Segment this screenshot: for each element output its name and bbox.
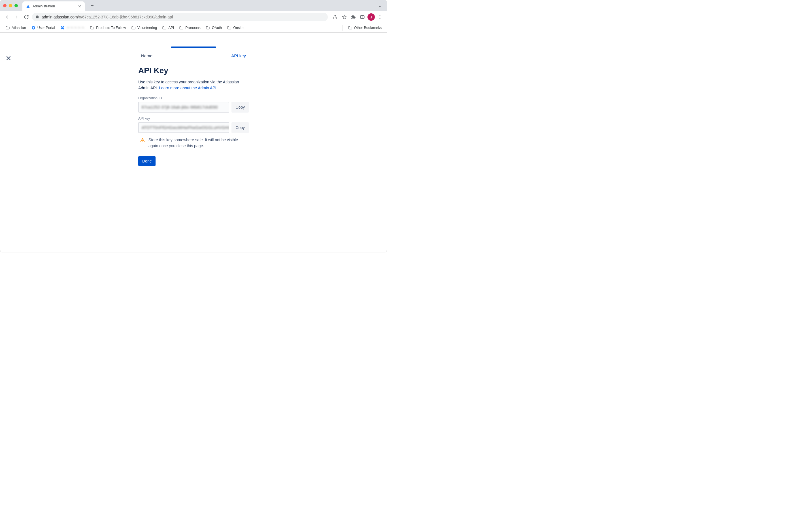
back-button[interactable]	[3, 13, 11, 21]
close-window-icon[interactable]	[3, 4, 6, 8]
page-title: API Key	[138, 66, 249, 75]
org-id-field[interactable]: 67ca1252-37j8-16ab-jkbc-96b817ckd090	[138, 102, 229, 113]
toolbar: admin.atlassian.com/o/67ca1252-37j8-16ab…	[0, 11, 387, 23]
close-button[interactable]	[4, 54, 13, 63]
bookmark-other[interactable]: Other Bookmarks	[346, 24, 383, 31]
bookmark-products[interactable]: Products To Follow	[88, 24, 128, 31]
warning-icon	[140, 138, 145, 143]
done-button[interactable]: Done	[138, 156, 156, 166]
api-key-value: ATOTT0nFfGHGwuWHwFhwGwOGGLuHVGHILLHZF	[142, 125, 229, 130]
share-icon[interactable]	[331, 13, 339, 21]
panel-icon[interactable]	[358, 13, 366, 21]
confluence-icon	[60, 26, 64, 30]
forward-button[interactable]	[13, 13, 21, 21]
bookmark-onsite[interactable]: Onsite	[225, 24, 245, 31]
copy-api-key-button[interactable]: Copy	[231, 122, 249, 133]
browser-tab[interactable]: Administration ✕	[23, 1, 85, 11]
bookmarks-bar: Atlassian User Portal ～～～～～ Products To …	[0, 23, 387, 33]
svg-point-3	[380, 15, 380, 16]
svg-rect-8	[142, 140, 143, 141]
tab-title: Administration	[32, 4, 55, 8]
bookmark-atlassian[interactable]: Atlassian	[4, 24, 28, 31]
lock-icon	[35, 15, 39, 19]
tab-close-icon[interactable]: ✕	[78, 4, 81, 9]
titlebar: Administration ✕ + ⌄	[0, 0, 387, 11]
portal-icon	[31, 26, 36, 30]
page-content: Name API key API Key Use this key to acc…	[0, 46, 387, 166]
svg-rect-1	[360, 16, 364, 19]
bookmark-pronouns[interactable]: Pronouns	[177, 24, 202, 31]
bookmark-oauth[interactable]: OAuth	[204, 24, 223, 31]
maximize-window-icon[interactable]	[14, 4, 18, 8]
step-apikey[interactable]: API key	[231, 53, 246, 58]
progress-steps: Name API key	[138, 46, 249, 58]
bookmark-api[interactable]: API	[160, 24, 176, 31]
toolbar-right: J	[331, 13, 384, 21]
extensions-icon[interactable]	[349, 13, 357, 21]
bookmark-confluence[interactable]: ～～～～～	[58, 24, 86, 31]
url-text: admin.atlassian.com/o/67ca1252-37j8-16ab…	[42, 15, 173, 19]
address-bar[interactable]: admin.atlassian.com/o/67ca1252-37j8-16ab…	[32, 13, 328, 21]
step-name[interactable]: Name	[141, 53, 153, 58]
minimize-window-icon[interactable]	[9, 4, 12, 8]
reload-button[interactable]	[23, 13, 30, 21]
bookmark-user-portal[interactable]: User Portal	[29, 24, 57, 31]
copy-org-id-button[interactable]: Copy	[231, 102, 249, 113]
svg-point-5	[380, 18, 380, 19]
bookmark-redacted: ～～～～～	[66, 25, 85, 30]
warning-message: Store this key somewhere safe. It will n…	[140, 137, 249, 149]
star-icon[interactable]	[340, 13, 348, 21]
menu-icon[interactable]	[376, 13, 384, 21]
new-tab-button[interactable]: +	[88, 2, 96, 10]
page-description: Use this key to access your organization…	[138, 79, 249, 91]
learn-more-link[interactable]: Learn more about the Admin API	[159, 86, 216, 90]
divider	[343, 25, 343, 31]
progress-bar	[171, 46, 216, 48]
api-key-label: API key	[138, 116, 249, 121]
svg-point-4	[380, 17, 380, 17]
svg-point-7	[32, 27, 34, 28]
atlassian-icon	[26, 4, 30, 9]
browser-chrome: Administration ✕ + ⌄ admin.atlassian.com…	[0, 0, 387, 33]
org-id-label: Organization ID	[138, 96, 249, 100]
profile-avatar[interactable]: J	[367, 13, 375, 21]
traffic-lights	[3, 4, 18, 8]
tabs-dropdown-icon[interactable]: ⌄	[376, 2, 384, 9]
org-id-value: 67ca1252-37j8-16ab-jkbc-96b817ckd090	[142, 105, 218, 110]
api-key-field[interactable]: ATOTT0nFfGHGwuWHwFhwGwOGGLuHVGHILLHZF	[138, 122, 229, 133]
svg-rect-9	[142, 141, 143, 141]
bookmark-volunteering[interactable]: Volunteering	[130, 24, 159, 31]
